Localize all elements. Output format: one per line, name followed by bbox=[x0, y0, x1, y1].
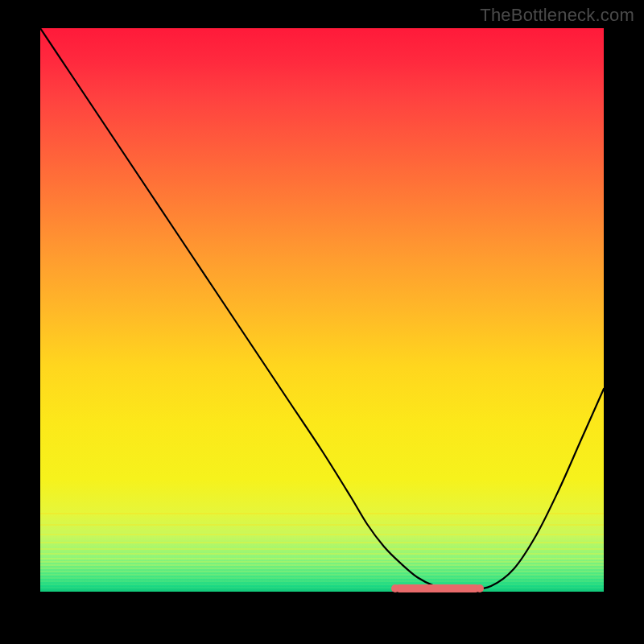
bottleneck-curve bbox=[40, 28, 604, 591]
watermark-text: TheBottleneck.com bbox=[480, 5, 634, 26]
bottleneck-band-start-dot bbox=[391, 584, 399, 592]
chart-container: TheBottleneck.com bbox=[0, 0, 644, 644]
bottleneck-band-end-dot bbox=[476, 584, 484, 592]
curve-svg bbox=[40, 28, 604, 592]
plot-area bbox=[40, 28, 604, 592]
bottleneck-band bbox=[395, 584, 480, 592]
